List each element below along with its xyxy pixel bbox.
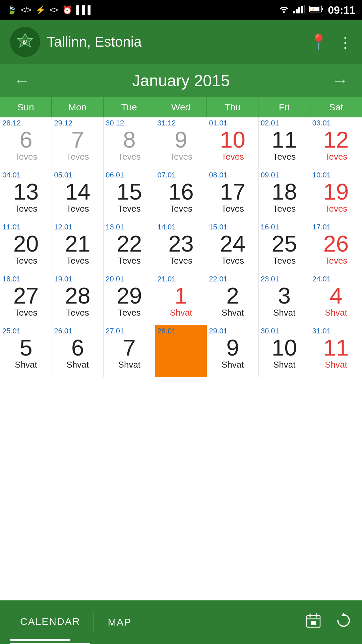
calendar-day[interactable]: 06.0115Teves: [104, 169, 155, 221]
svg-text:⚡: ⚡: [311, 7, 315, 12]
hebrew-month-label: Shvat: [273, 360, 296, 370]
day-number: 11: [323, 336, 349, 359]
gregorian-date-small: 13.01: [106, 223, 124, 231]
calendar-day[interactable]: 29.019Shvat: [207, 325, 259, 377]
calendar-day[interactable]: 27.017Shvat: [104, 325, 155, 377]
hebrew-month-label: Shvat: [273, 308, 296, 318]
hebrew-month-label: Teves: [66, 152, 89, 162]
day-number: 3: [278, 284, 291, 307]
month-year-title: January 2015: [132, 71, 230, 90]
day-number: 29: [117, 284, 142, 307]
day-number: 6: [20, 128, 33, 151]
calendar-day[interactable]: 17.0126Teves: [310, 221, 362, 273]
status-bar: 🍃 </> ⚡ <> ⏰ ▌▌▌: [0, 0, 362, 20]
calendar-day[interactable]: 16.0125Teves: [259, 221, 310, 273]
day-number: 20: [13, 232, 39, 255]
calendar-day[interactable]: 30.128Teves: [104, 117, 155, 169]
svg-rect-2: [296, 9, 298, 13]
status-left-icons: 🍃 </> ⚡ <> ⏰ ▌▌▌: [7, 5, 94, 15]
calendar-day[interactable]: 13.0122Teves: [104, 221, 155, 273]
hebrew-month-label: Shvat: [66, 360, 89, 370]
calendar-day[interactable]: 20.0129Teves: [104, 273, 155, 325]
calendar-day[interactable]: 26.016Shvat: [52, 325, 104, 377]
gregorian-date-small: 19.01: [54, 275, 72, 283]
hebrew-month-label: Teves: [15, 204, 38, 214]
gregorian-date-small: 17.01: [312, 223, 331, 231]
next-month-button[interactable]: →: [332, 71, 349, 90]
calendar-day[interactable]: 30.0110Shvat: [259, 325, 310, 377]
battery-icon: ⚡: [309, 5, 324, 15]
day-number: 13: [13, 180, 39, 203]
calendar-day[interactable]: 11.0120Teves: [0, 221, 52, 273]
calendar-day[interactable]: 31.129Teves: [155, 117, 207, 169]
calendar-day[interactable]: 19.0128Teves: [52, 273, 104, 325]
gregorian-date-small: 23.01: [261, 275, 279, 283]
calendar-day[interactable]: 12.0121Teves: [52, 221, 104, 273]
day-number: 6: [71, 336, 84, 359]
calendar-day[interactable]: 10.0119Teves: [310, 169, 362, 221]
gregorian-date-small: 24.01: [312, 275, 331, 283]
calendar-day[interactable]: 28.018Shvat: [155, 325, 207, 377]
svg-rect-5: [304, 5, 305, 13]
barcode-icon: ▌▌▌: [76, 5, 94, 15]
hebrew-month-label: Shvat: [118, 360, 141, 370]
day-number: 23: [168, 232, 194, 255]
svg-rect-1: [293, 11, 295, 13]
location-pin-icon[interactable]: 📍: [309, 33, 328, 51]
calendar-day[interactable]: 09.0118Teves: [259, 169, 310, 221]
calendar-day[interactable]: 14.0123Teves: [155, 221, 207, 273]
hebrew-month-label: Teves: [66, 256, 89, 266]
calendar-day[interactable]: 07.0116Teves: [155, 169, 207, 221]
gregorian-date-small: 07.01: [157, 171, 176, 179]
calendar-day[interactable]: 23.013Shvat: [259, 273, 310, 325]
gregorian-date-small: 22.01: [209, 275, 228, 283]
calendar-day[interactable]: 04.0113Teves: [0, 169, 52, 221]
svg-rect-4: [301, 6, 303, 13]
refresh-icon[interactable]: [335, 612, 352, 632]
calendar-day[interactable]: 22.012Shvat: [207, 273, 259, 325]
gregorian-date-small: 08.01: [209, 171, 228, 179]
day-number: 11: [272, 128, 297, 151]
calendar-day[interactable]: 28.126Teves: [0, 117, 52, 169]
gregorian-date-small: 31.01: [312, 327, 331, 335]
tab-calendar[interactable]: CALENDAR: [10, 600, 90, 644]
gregorian-date-small: 06.01: [106, 171, 124, 179]
calendar-day[interactable]: 25.015Shvat: [0, 325, 52, 377]
gregorian-date-small: 02.01: [261, 119, 279, 127]
prev-month-button[interactable]: ←: [13, 71, 30, 90]
hebrew-month-label: Teves: [118, 152, 141, 162]
header-thu: Thu: [207, 97, 258, 117]
gregorian-date-small: 18.01: [2, 275, 21, 283]
calendar-day[interactable]: 18.0127Teves: [0, 273, 52, 325]
gregorian-date-small: 05.01: [54, 171, 72, 179]
calendar-day[interactable]: 01.0110Teves: [207, 117, 259, 169]
gregorian-date-small: 20.01: [106, 275, 124, 283]
calendar-day[interactable]: 15.0124Teves: [207, 221, 259, 273]
calendar-day[interactable]: 02.0111Teves: [259, 117, 310, 169]
calendar-day[interactable]: 21.011Shvat: [155, 273, 207, 325]
tab-divider: [94, 612, 94, 632]
calendar-day[interactable]: 31.0111Shvat: [310, 325, 362, 377]
gregorian-date-small: 31.12: [157, 119, 176, 127]
day-number: 17: [220, 180, 245, 203]
more-options-icon[interactable]: ⋮: [338, 34, 352, 51]
tab-map[interactable]: MAP: [98, 600, 141, 644]
location-text: Tallinn, Estonia: [47, 34, 309, 50]
gregorian-date-small: 29.12: [54, 119, 72, 127]
hebrew-month-label: Teves: [273, 204, 296, 214]
calendar-day[interactable]: 03.0112Teves: [310, 117, 362, 169]
calendar-today-icon[interactable]: [305, 612, 322, 632]
gregorian-date-small: 11.01: [2, 223, 21, 231]
calendar-day[interactable]: 24.014Shvat: [310, 273, 362, 325]
gregorian-date-small: 14.01: [157, 223, 176, 231]
svg-point-0: [283, 11, 285, 13]
hebrew-month-label: Teves: [170, 152, 192, 162]
hebrew-month-label: Teves: [324, 256, 347, 266]
calendar-day[interactable]: 29.127Teves: [52, 117, 104, 169]
calendar-day[interactable]: 08.0117Teves: [207, 169, 259, 221]
calendar-day[interactable]: 05.0114Teves: [52, 169, 104, 221]
day-number: 8: [175, 336, 187, 359]
hebrew-month-label: Teves: [221, 256, 244, 266]
day-number: 14: [65, 180, 90, 203]
calendar-area: Sun Mon Tue Wed Thu Fri Sat 28.126Teves2…: [0, 97, 362, 377]
